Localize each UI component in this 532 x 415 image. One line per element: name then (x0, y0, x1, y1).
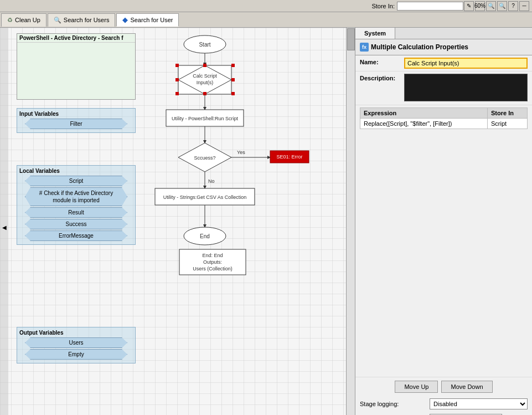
store-in-input[interactable] (397, 2, 463, 11)
input-vars-panel: Input Variables Filter (17, 108, 136, 133)
scroll-thumb[interactable] (347, 28, 355, 50)
expression-section: Expression Store In Replace([Script], "$… (355, 105, 532, 131)
move-up-button[interactable]: Move Up (395, 381, 438, 393)
name-input[interactable] (404, 58, 528, 69)
canvas-area[interactable]: ◀ PowerShell - Active Directory - Search… (0, 28, 355, 415)
edit-icon-btn[interactable]: ✎ (464, 1, 474, 11)
zoom-in-btn[interactable]: 🔍 (486, 1, 496, 11)
local-vars-title: Local Variables (19, 168, 133, 174)
expression-row-1[interactable]: Replace([Script], "$filter", [Filter]) S… (360, 119, 528, 129)
tab-search-user-label: Search for User (130, 17, 173, 23)
svg-text:Sccuess?: Sccuess? (194, 155, 215, 161)
panel-header: fx Multiple Calculation Properties (355, 39, 532, 55)
move-down-button[interactable]: Move Down (441, 381, 492, 393)
svg-point-30 (184, 227, 226, 245)
expression-cell: Replace([Script], "$filter", [Filter]) (360, 119, 488, 129)
svg-rect-27 (155, 188, 255, 205)
zoom-display: 60% (475, 1, 485, 11)
svg-text:Input(s): Input(s) (197, 80, 214, 85)
name-value[interactable] (404, 58, 528, 69)
svg-rect-23 (270, 151, 309, 163)
svg-rect-32 (179, 249, 246, 275)
output-var-empty: Empty (25, 349, 127, 360)
tab-search-user[interactable]: ◆ Search for User (116, 13, 179, 27)
powershell-title: PowerShell - Active Directory - Search f (17, 34, 135, 43)
svg-rect-14 (231, 92, 235, 95)
description-label: Description: (360, 74, 404, 81)
tab-search-users-label: Search for Users (64, 17, 110, 23)
properties-panel: System fx Multiple Calculation Propertie… (355, 28, 532, 415)
broom-icon: ♻ (7, 17, 13, 24)
local-var-errormessage: ErrorMessage (25, 230, 127, 241)
svg-rect-3 (178, 65, 231, 94)
output-vars-title: Output Variables (19, 330, 133, 336)
help-btn[interactable]: ? (508, 1, 518, 11)
output-var-users: Users (25, 337, 127, 348)
calc-icon: fx (360, 43, 369, 52)
local-var-success: Success (25, 219, 127, 229)
svg-rect-10 (203, 92, 206, 95)
tab-search-users[interactable]: 🔍 Search for Users (48, 13, 116, 27)
stage-logging-row: Stage logging: Disabled Enabled (355, 396, 532, 412)
top-toolbar: Store In: ✎ 60% 🔍 🔍 ? ─ (0, 0, 532, 12)
main-container: ◀ PowerShell - Active Directory - Search… (0, 28, 532, 415)
svg-rect-12 (231, 64, 235, 67)
description-value[interactable] (404, 74, 528, 103)
expression-col-header: Expression (360, 108, 488, 119)
svg-text:Utility - PowerShell:Run Scrip: Utility - PowerShell:Run Script (172, 116, 239, 121)
svg-rect-9 (231, 78, 235, 81)
svg-rect-7 (175, 78, 179, 81)
svg-rect-16 (166, 110, 244, 126)
stage-logging-label: Stage logging: (360, 401, 426, 407)
svg-text:Start: Start (199, 42, 210, 48)
svg-text:No: No (208, 178, 215, 184)
svg-rect-8 (203, 64, 206, 67)
stage-logging-select[interactable]: Disabled Enabled (430, 398, 528, 409)
system-tab[interactable]: System (355, 28, 395, 39)
local-var-script: Script (25, 176, 127, 186)
tab-cleanup-label: Clean Up (15, 17, 40, 23)
svg-marker-4 (178, 65, 231, 94)
svg-marker-19 (178, 143, 231, 172)
svg-text:Users (Collection): Users (Collection) (193, 266, 233, 271)
minimize-btn[interactable]: ─ (519, 1, 529, 11)
svg-text:Utility - Strings:Get CSV As C: Utility - Strings:Get CSV As Collection (163, 194, 247, 200)
zoom-out-btn[interactable]: 🔍 (497, 1, 507, 11)
warning-threshold-row: Warning threshold: System Default (355, 412, 532, 415)
powershell-panel: PowerShell - Active Directory - Search f (17, 33, 136, 100)
svg-text:Yes: Yes (237, 150, 245, 155)
flowchart-svg: Start Calc Script Input(s) Utility - Pow… (133, 28, 354, 415)
output-vars-panel: Output Variables Users Empty (17, 327, 136, 363)
move-buttons-row: Move Up Move Down (355, 377, 532, 396)
input-vars-title: Input Variables (19, 111, 133, 117)
description-textarea[interactable] (404, 74, 528, 101)
panel-title: Multiple Calculation Properties (371, 43, 468, 51)
svg-rect-11 (175, 64, 179, 67)
svg-text:SE01: Error: SE01: Error (276, 154, 302, 160)
nav-left-arrow[interactable]: ◀ (0, 28, 8, 415)
system-tab-bar: System (355, 28, 532, 39)
store-in-col-header: Store In (488, 108, 528, 119)
tab-cleanup[interactable]: ♻ Clean Up (1, 13, 47, 27)
svg-text:Calc Script: Calc Script (193, 73, 217, 79)
search-user-icon: ◆ (122, 16, 128, 24)
scrollbar[interactable] (346, 28, 355, 415)
svg-point-0 (184, 35, 226, 53)
tab-bar: ♻ Clean Up 🔍 Search for Users ◆ Search f… (0, 12, 532, 28)
local-vars-panel: Local Variables Script # Check if the Ac… (17, 165, 136, 245)
svg-text:Outputs:: Outputs: (203, 259, 222, 265)
store-in-label: Store In: (371, 3, 395, 9)
svg-text:End: End (200, 233, 210, 239)
local-var-result: Result (25, 207, 127, 218)
spacer (355, 131, 532, 377)
local-var-comment: # Check if the Active Directorymodule is… (25, 187, 127, 206)
name-row: Name: (355, 55, 532, 71)
name-label: Name: (360, 58, 404, 65)
svg-text:End: End: End: End (202, 253, 223, 258)
search-users-icon: 🔍 (54, 17, 61, 24)
svg-rect-13 (175, 92, 179, 95)
description-row: Description: (355, 71, 532, 105)
input-var-filter: Filter (25, 119, 127, 129)
store-in-cell: Script (488, 119, 528, 129)
expression-table: Expression Store In Replace([Script], "$… (360, 107, 528, 129)
